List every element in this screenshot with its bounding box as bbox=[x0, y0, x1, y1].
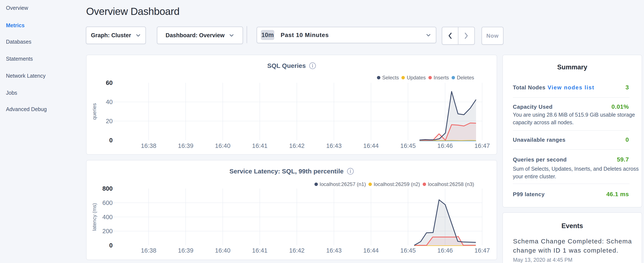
svg-text:16:46: 16:46 bbox=[437, 247, 453, 254]
svg-text:0: 0 bbox=[109, 137, 113, 144]
svg-text:16:38: 16:38 bbox=[141, 247, 156, 254]
svg-text:20: 20 bbox=[106, 118, 113, 124]
svg-text:16:46: 16:46 bbox=[437, 142, 453, 149]
svg-text:16:43: 16:43 bbox=[326, 247, 342, 254]
svg-text:queries: queries bbox=[92, 103, 97, 120]
svg-text:16:44: 16:44 bbox=[363, 247, 379, 254]
svg-text:16:42: 16:42 bbox=[289, 247, 305, 254]
svg-text:16:43: 16:43 bbox=[326, 142, 342, 149]
svg-text:800: 800 bbox=[102, 185, 113, 192]
svg-text:16:41: 16:41 bbox=[252, 247, 268, 254]
svg-text:16:39: 16:39 bbox=[178, 142, 194, 149]
svg-text:16:42: 16:42 bbox=[289, 142, 305, 149]
svg-text:16:40: 16:40 bbox=[215, 142, 230, 149]
svg-text:16:47: 16:47 bbox=[474, 142, 490, 149]
svg-text:16:41: 16:41 bbox=[252, 142, 268, 149]
svg-text:16:40: 16:40 bbox=[215, 247, 230, 254]
svg-text:16:44: 16:44 bbox=[363, 142, 379, 149]
svg-text:16:38: 16:38 bbox=[141, 142, 156, 149]
svg-text:400: 400 bbox=[102, 214, 113, 220]
svg-text:0: 0 bbox=[109, 242, 113, 249]
svg-text:16:47: 16:47 bbox=[474, 247, 490, 254]
svg-text:16:45: 16:45 bbox=[400, 142, 416, 149]
svg-text:16:45: 16:45 bbox=[400, 247, 416, 254]
svg-text:40: 40 bbox=[106, 99, 113, 105]
svg-text:latency (ms): latency (ms) bbox=[92, 203, 97, 231]
svg-text:60: 60 bbox=[106, 79, 113, 86]
svg-text:16:39: 16:39 bbox=[178, 247, 194, 254]
svg-text:600: 600 bbox=[102, 199, 113, 206]
svg-text:200: 200 bbox=[102, 228, 113, 234]
